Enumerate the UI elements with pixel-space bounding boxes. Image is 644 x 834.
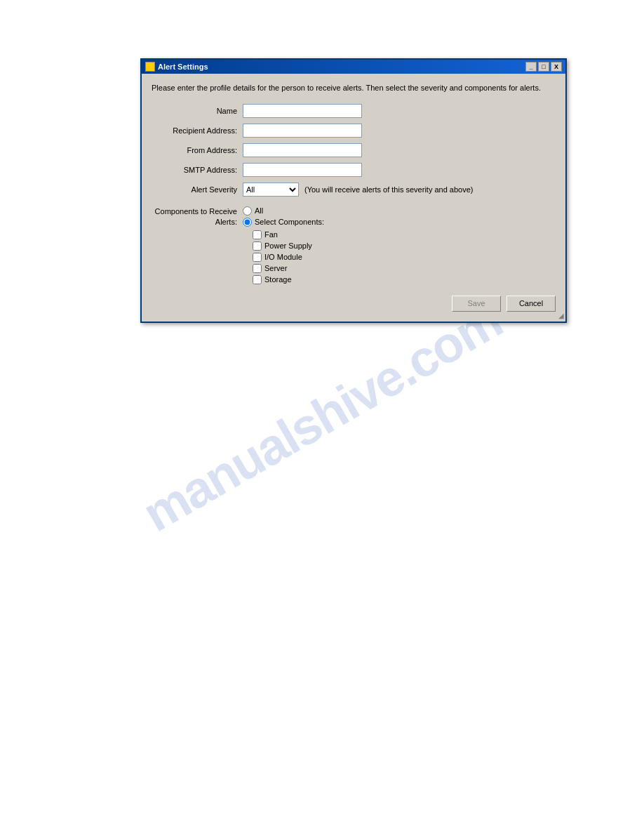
checkbox-io-module[interactable]: [253, 253, 262, 262]
alert-severity-label: Alert Severity: [152, 185, 243, 194]
radio-all[interactable]: [243, 206, 252, 216]
components-label: Components to ReceiveAlerts:: [152, 206, 243, 228]
smtp-address-input[interactable]: [243, 163, 362, 177]
radio-select-label: Select Components:: [255, 218, 324, 226]
checkbox-storage[interactable]: [253, 275, 262, 284]
radio-all-label: All: [255, 206, 263, 215]
checkbox-power-supply-label: Power Supply: [264, 241, 312, 250]
checkbox-power-supply-row: Power Supply: [253, 241, 324, 251]
recipient-address-label: Recipient Address:: [152, 126, 243, 135]
from-address-row: From Address:: [152, 143, 556, 157]
title-controls: _ □ X: [525, 62, 562, 72]
title-bar: Alert Settings _ □ X: [142, 60, 565, 74]
smtp-address-row: SMTP Address:: [152, 163, 556, 177]
maximize-button[interactable]: □: [538, 62, 549, 72]
checkbox-fan-row: Fan: [253, 230, 324, 239]
instruction-text: Please enter the profile details for the…: [152, 82, 556, 94]
checkbox-storage-label: Storage: [264, 275, 292, 284]
components-options: All Select Components: Fan Power Supply: [243, 206, 324, 284]
checkbox-power-supply[interactable]: [253, 241, 262, 251]
dialog-title: Alert Settings: [158, 62, 208, 71]
from-address-input[interactable]: [243, 143, 362, 157]
recipient-address-input[interactable]: [243, 124, 362, 138]
checkbox-server-label: Server: [264, 264, 287, 272]
title-bar-left: Alert Settings: [145, 62, 208, 72]
checkbox-fan-label: Fan: [264, 230, 278, 239]
alert-severity-select[interactable]: All Warning Critical Informational: [243, 183, 299, 197]
cancel-button[interactable]: Cancel: [507, 296, 556, 312]
checkbox-server[interactable]: [253, 264, 262, 273]
minimize-button[interactable]: _: [525, 62, 537, 72]
checkbox-server-row: Server: [253, 264, 324, 273]
name-input[interactable]: [243, 104, 362, 118]
name-label: Name: [152, 107, 243, 115]
watermark-text: manualshive.com: [133, 291, 511, 543]
close-button[interactable]: X: [551, 62, 562, 72]
name-row: Name: [152, 104, 556, 118]
severity-hint: (You will receive alerts of this severit…: [304, 185, 474, 194]
recipient-address-row: Recipient Address:: [152, 124, 556, 138]
button-row: Save Cancel: [152, 296, 556, 312]
checkbox-group: Fan Power Supply I/O Module Server: [253, 230, 324, 284]
checkbox-io-module-label: I/O Module: [264, 253, 302, 261]
checkbox-io-module-row: I/O Module: [253, 253, 324, 262]
checkbox-fan[interactable]: [253, 230, 262, 239]
dialog-icon: [145, 62, 155, 72]
save-button[interactable]: Save: [452, 296, 501, 312]
dialog-body: Please enter the profile details for the…: [142, 74, 565, 322]
from-address-label: From Address:: [152, 146, 243, 154]
alert-settings-dialog: Alert Settings _ □ X Please enter the pr…: [140, 58, 567, 323]
radio-select-row: Select Components:: [243, 218, 324, 227]
resize-handle[interactable]: ◢: [556, 312, 564, 320]
alert-severity-row: Alert Severity All Warning Critical Info…: [152, 183, 556, 197]
radio-all-row: All: [243, 206, 324, 216]
smtp-address-label: SMTP Address:: [152, 166, 243, 174]
radio-select-components[interactable]: [243, 218, 252, 227]
components-row: Components to ReceiveAlerts: All Select …: [152, 206, 556, 284]
checkbox-storage-row: Storage: [253, 275, 324, 284]
